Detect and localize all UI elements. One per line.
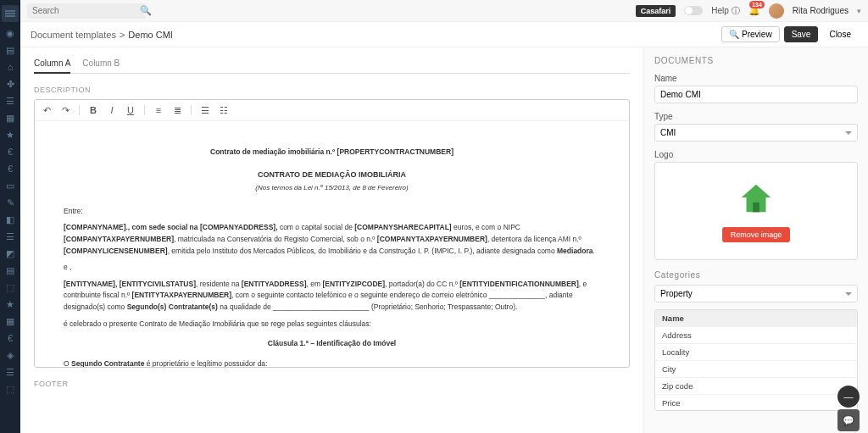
- house-icon: [737, 180, 776, 219]
- logo-preview: Remove image: [654, 162, 858, 260]
- list-item[interactable]: Name: [655, 310, 857, 327]
- section-description: DESCRIPTION: [34, 86, 630, 94]
- breadcrumb: Document templates > Demo CMI: [31, 30, 173, 40]
- top-bar: 🔍 Casafari Helpⓘ 🔔134 Rita Rodrigues ▾: [20, 0, 868, 22]
- nav-icon[interactable]: ◈: [4, 349, 16, 361]
- categories-select[interactable]: Property: [654, 285, 858, 303]
- nav-icon[interactable]: ◧: [4, 214, 16, 225]
- search-input[interactable]: [32, 6, 140, 15]
- preview-button[interactable]: 🔍 Preview: [721, 26, 780, 42]
- list-item[interactable]: Address: [655, 327, 857, 344]
- help-link[interactable]: Helpⓘ: [711, 5, 740, 17]
- document-panel: DOCUMENTS Name Type CMI Logo Remove imag…: [643, 47, 868, 433]
- save-button[interactable]: Save: [784, 26, 819, 42]
- svg-rect-0: [5, 10, 15, 12]
- nav-icon[interactable]: ☰: [4, 95, 16, 107]
- undo-icon[interactable]: ↶: [40, 103, 53, 117]
- column-tabs: Column A Column B: [34, 54, 630, 74]
- nav-icon[interactable]: ◩: [4, 247, 16, 259]
- panel-header: DOCUMENTS: [654, 56, 858, 65]
- svg-rect-2: [5, 15, 15, 17]
- breadcrumb-parent[interactable]: Document templates: [31, 30, 116, 40]
- redo-icon[interactable]: ↷: [58, 103, 72, 117]
- nav-icon[interactable]: ⌂: [4, 61, 16, 73]
- list-item[interactable]: City: [655, 361, 857, 378]
- align-center-icon[interactable]: ≣: [170, 103, 184, 117]
- nav-icon[interactable]: ✎: [4, 197, 16, 208]
- tab-column-a[interactable]: Column A: [34, 54, 70, 74]
- bold-button[interactable]: B: [86, 103, 100, 117]
- left-nav: ◉ ▤ ⌂ ✤ ☰ ▦ ★ € € ▭ ✎ ◧ ☰ ◩ ▤ ⬚ ★ ▦ € ◈ …: [0, 0, 20, 433]
- underline-button[interactable]: U: [124, 103, 137, 117]
- tab-column-b[interactable]: Column B: [82, 54, 120, 73]
- theme-toggle[interactable]: [684, 6, 703, 15]
- remove-image-button[interactable]: Remove image: [722, 227, 791, 242]
- notif-badge: 134: [749, 1, 765, 8]
- menu-icon[interactable]: [2, 5, 19, 22]
- field-list: Name Address Locality City Zip code Pric…: [654, 309, 858, 411]
- document-body[interactable]: Contrato de mediação imobiliária n.º [PR…: [35, 121, 629, 367]
- editor-toolbar: ↶ ↷ B I U ≡ ≣ ☰ ☷: [35, 100, 629, 121]
- name-label: Name: [654, 74, 858, 83]
- chat-button[interactable]: 💬: [837, 409, 860, 431]
- type-select[interactable]: CMI: [654, 124, 858, 142]
- nav-icon[interactable]: ▤: [4, 44, 16, 56]
- list-item[interactable]: Zip code: [655, 378, 857, 395]
- breadcrumb-current: Demo CMI: [128, 30, 173, 40]
- nav-icon[interactable]: ⬚: [4, 383, 16, 395]
- nav-icon[interactable]: ▭: [4, 180, 16, 192]
- nav-icon[interactable]: €: [4, 332, 16, 344]
- section-footer: FOOTER: [34, 380, 630, 388]
- svg-rect-1: [5, 13, 15, 14]
- nav-icon[interactable]: ☰: [4, 366, 16, 378]
- rich-editor: ↶ ↷ B I U ≡ ≣ ☰ ☷ Contrato de m: [34, 99, 630, 368]
- user-name: Rita Rodrigues: [793, 6, 849, 15]
- name-input[interactable]: [654, 86, 858, 103]
- list-item[interactable]: Price: [655, 395, 857, 411]
- avatar[interactable]: [769, 3, 784, 19]
- categories-header: Categories: [654, 270, 858, 280]
- nav-icon[interactable]: ▤: [4, 264, 16, 276]
- nav-icon[interactable]: ◉: [4, 27, 16, 39]
- nav-icon[interactable]: ▦: [4, 315, 16, 327]
- notifications-icon[interactable]: 🔔134: [748, 5, 760, 16]
- list-ul-icon[interactable]: ☰: [198, 103, 212, 117]
- italic-button[interactable]: I: [105, 103, 119, 117]
- list-ol-icon[interactable]: ☷: [217, 103, 231, 117]
- svg-rect-3: [753, 203, 760, 213]
- brand-tag: Casafari: [636, 5, 676, 17]
- nav-icon[interactable]: ⬚: [4, 281, 16, 293]
- nav-icon[interactable]: €: [4, 163, 16, 175]
- nav-icon[interactable]: ▦: [4, 112, 16, 124]
- nav-icon[interactable]: ✤: [4, 78, 16, 90]
- type-label: Type: [654, 112, 858, 121]
- nav-icon[interactable]: €: [4, 146, 16, 158]
- search-box[interactable]: 🔍: [27, 3, 146, 19]
- chevron-down-icon[interactable]: ▾: [857, 7, 861, 15]
- nav-icon[interactable]: ★: [4, 129, 16, 141]
- sub-header: Document templates > Demo CMI 🔍 Preview …: [20, 22, 868, 47]
- nav-icon[interactable]: ★: [4, 298, 16, 310]
- align-left-icon[interactable]: ≡: [152, 103, 165, 117]
- fab-button[interactable]: —: [837, 386, 860, 408]
- close-button[interactable]: Close: [822, 27, 858, 42]
- logo-label: Logo: [654, 150, 858, 159]
- search-icon[interactable]: 🔍: [140, 5, 152, 16]
- list-item[interactable]: Locality: [655, 344, 857, 361]
- nav-icon[interactable]: ☰: [4, 230, 16, 242]
